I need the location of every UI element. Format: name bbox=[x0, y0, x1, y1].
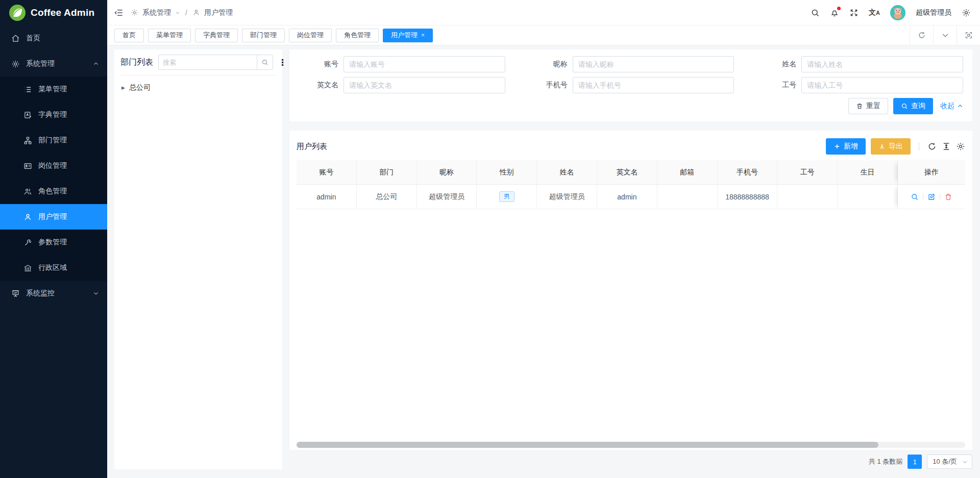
sidebar-item-post-management[interactable]: 岗位管理 bbox=[0, 153, 107, 179]
tab-dict-management[interactable]: 字典管理 bbox=[195, 29, 238, 42]
gear-icon bbox=[11, 60, 20, 68]
en-name-input[interactable] bbox=[344, 77, 505, 93]
tab-user-management[interactable]: 用户管理 bbox=[383, 29, 433, 42]
collapse-form-link[interactable]: 收起 bbox=[940, 102, 963, 111]
sidebar-item-dict-management[interactable]: 字典管理 bbox=[0, 102, 107, 128]
page-number-button[interactable]: 1 bbox=[908, 455, 922, 469]
refresh-icon[interactable] bbox=[927, 142, 937, 151]
chevron-down-icon bbox=[93, 290, 99, 296]
view-icon[interactable] bbox=[911, 193, 919, 201]
user-table: 账号 部门 昵称 性别 姓名 英文名 邮箱 手机号 工号 生日 操作 bbox=[297, 160, 965, 209]
name-input[interactable] bbox=[801, 56, 963, 72]
sidebar-item-label: 菜单管理 bbox=[38, 85, 99, 94]
breadcrumb-section[interactable]: 系统管理 bbox=[142, 8, 171, 17]
home-icon bbox=[11, 34, 20, 43]
field-label: 工号 bbox=[754, 81, 801, 90]
cell-nickname: 超级管理员 bbox=[417, 185, 477, 209]
sidebar-item-home[interactable]: 首页 bbox=[0, 26, 107, 51]
table-row: admin 总公司 超级管理员 男 超级管理员 admin 1888888888… bbox=[297, 185, 965, 209]
dept-search-input[interactable] bbox=[158, 55, 257, 70]
tab-role-management[interactable]: 角色管理 bbox=[336, 29, 379, 42]
user-icon bbox=[192, 9, 200, 16]
more-options-icon[interactable] bbox=[278, 58, 287, 67]
field-label: 手机号 bbox=[526, 81, 573, 90]
current-username[interactable]: 超级管理员 bbox=[916, 8, 951, 17]
notification-button[interactable] bbox=[830, 8, 839, 17]
cell-phone: 18888888888 bbox=[718, 185, 778, 209]
nickname-input[interactable] bbox=[573, 56, 734, 72]
account-input[interactable] bbox=[344, 56, 505, 72]
menu-fold-icon[interactable] bbox=[114, 8, 124, 17]
row-height-icon[interactable] bbox=[942, 142, 951, 151]
sidebar-item-role-management[interactable]: 角色管理 bbox=[0, 179, 107, 204]
breadcrumb-page: 用户管理 bbox=[204, 8, 233, 17]
refresh-tab-button[interactable] bbox=[910, 26, 933, 45]
caret-right-icon[interactable] bbox=[121, 85, 125, 90]
job-no-input[interactable] bbox=[801, 77, 963, 93]
logo[interactable]: Coffee Admin bbox=[0, 0, 107, 26]
sidebar-item-label: 部门管理 bbox=[38, 136, 99, 145]
tab-post-management[interactable]: 岗位管理 bbox=[289, 29, 332, 42]
gender-tag: 男 bbox=[499, 191, 514, 202]
tab-menu-management[interactable]: 菜单管理 bbox=[148, 29, 191, 42]
monitor-icon bbox=[11, 289, 20, 298]
sidebar-item-label: 首页 bbox=[26, 34, 99, 43]
horizontal-scrollbar[interactable] bbox=[297, 442, 965, 448]
page-size-select[interactable]: 10 条/页 bbox=[927, 455, 972, 469]
wrench-icon bbox=[23, 238, 32, 247]
download-icon bbox=[878, 143, 886, 150]
sidebar-item-admin-region[interactable]: 行政区域 bbox=[0, 255, 107, 281]
sidebar-item-label: 用户管理 bbox=[38, 212, 99, 221]
column-settings-icon[interactable] bbox=[956, 142, 965, 151]
phone-input[interactable] bbox=[573, 77, 734, 93]
page-content: 部门列表 总公司 bbox=[107, 45, 980, 478]
column-header: 昵称 bbox=[417, 160, 477, 185]
form-field-nickname: 昵称 bbox=[526, 56, 734, 72]
avatar[interactable] bbox=[890, 5, 905, 20]
search-icon[interactable] bbox=[811, 8, 820, 17]
sidebar-item-system-management[interactable]: 系统管理 bbox=[0, 51, 107, 77]
cell-email bbox=[657, 185, 718, 209]
gear-icon[interactable] bbox=[962, 8, 971, 17]
sidebar-item-label: 参数管理 bbox=[38, 238, 99, 247]
trash-icon bbox=[856, 103, 863, 110]
maximize-content-button[interactable] bbox=[957, 26, 980, 45]
table-title: 用户列表 bbox=[297, 142, 327, 152]
field-label: 姓名 bbox=[754, 60, 801, 69]
chevron-down-icon[interactable] bbox=[175, 10, 180, 15]
translate-icon[interactable] bbox=[869, 8, 880, 17]
cell-actions bbox=[898, 185, 965, 209]
tab-dept-management[interactable]: 部门管理 bbox=[242, 29, 285, 42]
export-button[interactable]: 导出 bbox=[871, 138, 911, 155]
query-button[interactable]: 查询 bbox=[893, 98, 933, 114]
org-tree-icon bbox=[23, 136, 32, 145]
table-header-row: 账号 部门 昵称 性别 姓名 英文名 邮箱 手机号 工号 生日 操作 bbox=[297, 160, 965, 185]
sidebar-item-dept-management[interactable]: 部门管理 bbox=[0, 128, 107, 153]
reset-button[interactable]: 重置 bbox=[848, 98, 888, 114]
tree-node-root[interactable]: 总公司 bbox=[120, 81, 276, 95]
tab-close-icon[interactable] bbox=[421, 32, 425, 39]
fullscreen-icon[interactable] bbox=[849, 8, 859, 17]
tab-home[interactable]: 首页 bbox=[114, 29, 144, 42]
sidebar-item-label: 系统管理 bbox=[26, 59, 87, 68]
sidebar-item-system-monitor[interactable]: 系统监控 bbox=[0, 281, 107, 306]
chevron-up-icon bbox=[957, 103, 963, 109]
search-icon bbox=[901, 103, 908, 110]
field-label: 英文名 bbox=[297, 81, 344, 90]
edit-icon[interactable] bbox=[927, 193, 936, 201]
dept-search-button[interactable] bbox=[257, 55, 273, 70]
dept-panel: 部门列表 总公司 bbox=[114, 49, 282, 469]
add-user-button[interactable]: 新增 bbox=[826, 138, 866, 155]
scrollbar-thumb[interactable] bbox=[297, 442, 878, 448]
pagination-total: 共 1 条数据 bbox=[869, 457, 902, 466]
sidebar-item-menu-management[interactable]: 菜单管理 bbox=[0, 77, 107, 102]
chevron-down-icon bbox=[941, 31, 949, 39]
form-field-job-no: 工号 bbox=[754, 77, 963, 93]
column-header: 工号 bbox=[777, 160, 838, 185]
delete-icon[interactable] bbox=[944, 193, 952, 201]
sidebar-item-user-management[interactable]: 用户管理 bbox=[0, 204, 107, 230]
gear-icon bbox=[131, 9, 138, 16]
sidebar-item-param-management[interactable]: 参数管理 bbox=[0, 230, 107, 255]
tab-options-button[interactable] bbox=[933, 26, 957, 45]
plus-icon bbox=[834, 143, 841, 150]
